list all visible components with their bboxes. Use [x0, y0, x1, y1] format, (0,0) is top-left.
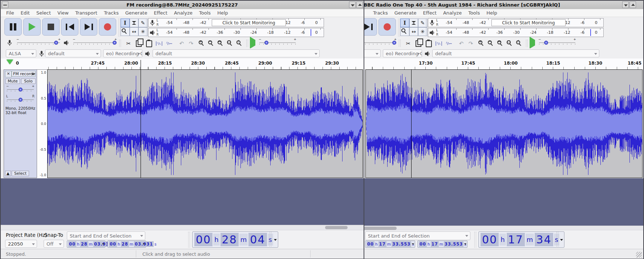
- recording-volume-slider[interactable]: −+: [17, 38, 60, 46]
- collapse-track-button[interactable]: ▲: [5, 171, 11, 176]
- waveform-track[interactable]: [365, 69, 643, 178]
- zoom-toggle-button[interactable]: /: [515, 39, 524, 48]
- window-maximize-button[interactable]: [356, 1, 363, 8]
- record-button[interactable]: [99, 18, 116, 36]
- project-rate-combo[interactable]: 22050: [5, 240, 37, 248]
- snap-to-combo[interactable]: Off: [44, 240, 64, 248]
- record-button[interactable]: [378, 18, 396, 36]
- pause-button[interactable]: [4, 18, 22, 36]
- recording-channels-combo[interactable]: eo) Recording Channels: [103, 49, 142, 57]
- track-close-button[interactable]: ×: [5, 71, 12, 77]
- undo-button[interactable]: ↶: [177, 39, 186, 48]
- horizontal-scrollbar[interactable]: [1, 225, 364, 230]
- selection-start-field[interactable]: 00h 28m 03.931s: [67, 240, 105, 248]
- track-pan-slider[interactable]: LR: [7, 95, 34, 103]
- menu-analyze[interactable]: Analyze: [440, 9, 465, 16]
- recording-device-combo[interactable]: default: [45, 49, 101, 57]
- paste-button[interactable]: [145, 39, 153, 48]
- menu-file[interactable]: File: [3, 9, 17, 16]
- monitoring-overlay[interactable]: Click to Start Monitoring: [212, 19, 286, 26]
- audio-position-counter[interactable]: 00h 28m 04s: [192, 231, 278, 248]
- silence-audio-button[interactable]: [165, 39, 174, 48]
- menu-tools[interactable]: Tools: [196, 9, 214, 16]
- recording-meter[interactable]: LR -54-48-42-36-30-24-18-12-60 Click to …: [148, 18, 324, 27]
- selection-tool[interactable]: I: [400, 19, 409, 27]
- window-shade-button[interactable]: [622, 1, 629, 8]
- zoom-out-button[interactable]: −: [487, 39, 495, 48]
- solo-button[interactable]: Solo: [21, 78, 36, 84]
- vertical-ruler[interactable]: 1.00.50.0-0.5-1.0: [37, 69, 47, 179]
- playback-meter[interactable]: LR -54-48-42-36-30-24-18-12-60: [148, 28, 324, 37]
- menu-select[interactable]: Select: [33, 9, 54, 16]
- playback-meter[interactable]: LR -54-48-42-36-30-24-18-12-60: [428, 28, 604, 37]
- waveform-track[interactable]: [47, 69, 363, 178]
- zoom-toggle-button[interactable]: /: [235, 39, 244, 48]
- menu-help[interactable]: Help: [483, 9, 501, 16]
- audio-position-counter[interactable]: 00h 17m 34s: [478, 231, 564, 248]
- menu-view[interactable]: View: [54, 9, 72, 16]
- menu-help[interactable]: Help: [214, 9, 231, 16]
- selection-tool[interactable]: I: [121, 19, 130, 27]
- menu-tracks[interactable]: Tracks: [370, 9, 391, 16]
- menu-effect[interactable]: Effect: [420, 9, 440, 16]
- recording-meter[interactable]: LR -54-48-42-36-30-24-18-12-60 Click to …: [428, 18, 604, 27]
- zoom-project-button[interactable]: □: [506, 39, 514, 48]
- redo-button[interactable]: ↷: [187, 39, 195, 48]
- audio-host-combo[interactable]: ALSA: [6, 49, 36, 57]
- menu-tools[interactable]: Tools: [465, 9, 483, 16]
- window-maximize-button[interactable]: [629, 1, 636, 8]
- zoom-out-button[interactable]: −: [207, 39, 216, 48]
- track-name-menu[interactable]: FM recordin: [12, 71, 36, 77]
- selection-end-field[interactable]: 00h 28m 03.931s: [108, 240, 146, 248]
- silence-audio-button[interactable]: [445, 39, 453, 48]
- recording-channels-combo[interactable]: eo) Recording Channels: [383, 49, 422, 57]
- selection-range-mode-combo[interactable]: Start and End of Selection: [67, 231, 145, 240]
- track-gain-slider[interactable]: −+: [7, 85, 34, 93]
- scrollbar-thumb[interactable]: [325, 226, 348, 229]
- menu-generate[interactable]: Generate: [122, 9, 151, 16]
- cut-button[interactable]: ✂: [404, 39, 413, 48]
- paste-button[interactable]: [424, 39, 433, 48]
- monitoring-overlay[interactable]: Click to Start Monitoring: [491, 19, 566, 26]
- redo-button[interactable]: ↷: [466, 39, 475, 48]
- play-pin-icon[interactable]: [7, 60, 13, 64]
- track-control-panel[interactable]: × FM recordin Mute Solo −+ LR Mono, 2205…: [4, 69, 37, 178]
- selection-end-field[interactable]: 00h 17m 33.553s: [417, 240, 467, 248]
- zoom-tool[interactable]: [121, 27, 130, 36]
- copy-button[interactable]: [414, 39, 423, 48]
- skip-to-end-button[interactable]: [80, 18, 97, 36]
- zoom-selection-button[interactable]: ↔: [216, 39, 225, 48]
- menu-effect[interactable]: Effect: [150, 9, 170, 16]
- timeline-ruler[interactable]: 0 27:4528:0028:1528:3028:4529:0029:1529:…: [1, 58, 364, 70]
- trim-audio-button[interactable]: [434, 39, 443, 48]
- track-area[interactable]: × FM recordin Mute Solo −+ LR Mono, 2205…: [1, 69, 364, 178]
- selection-start-field[interactable]: 00h 17m 33.553s: [365, 240, 415, 248]
- zoom-project-button[interactable]: □: [226, 39, 235, 48]
- playback-device-combo[interactable]: default: [432, 49, 599, 57]
- play-at-speed-button[interactable]: [250, 40, 255, 45]
- playback-volume-slider[interactable]: −+: [73, 38, 116, 46]
- stop-button[interactable]: [42, 18, 60, 36]
- zoom-selection-button[interactable]: ↔: [496, 39, 505, 48]
- copy-button[interactable]: [134, 39, 143, 48]
- timeshift-tool[interactable]: ↔: [130, 27, 139, 36]
- trim-audio-button[interactable]: [155, 39, 163, 48]
- skip-to-start-button[interactable]: [61, 18, 78, 36]
- play-at-speed-button[interactable]: [530, 40, 535, 45]
- menu-generate[interactable]: Generate: [391, 9, 420, 16]
- menu-tracks[interactable]: Tracks: [101, 9, 122, 16]
- undo-button[interactable]: ↶: [457, 39, 466, 48]
- zoom-in-button[interactable]: +: [198, 39, 206, 48]
- timeshift-tool[interactable]: ↔: [409, 27, 418, 36]
- track-select-button[interactable]: Select: [12, 171, 29, 176]
- mute-button[interactable]: Mute: [5, 78, 20, 84]
- zoom-tool[interactable]: [400, 27, 409, 36]
- play-button[interactable]: [23, 18, 41, 36]
- selection-range-mode-combo[interactable]: Start and End of Selection: [365, 231, 470, 240]
- envelope-tool[interactable]: [130, 19, 139, 27]
- menu-transport[interactable]: Transport: [72, 9, 101, 16]
- play-speed-slider[interactable]: −+: [539, 38, 575, 46]
- envelope-tool[interactable]: [409, 19, 418, 27]
- playback-device-combo[interactable]: default: [153, 49, 320, 57]
- title-bar[interactable]: FM recording@88.7MHz_20240925175227: [1, 1, 364, 9]
